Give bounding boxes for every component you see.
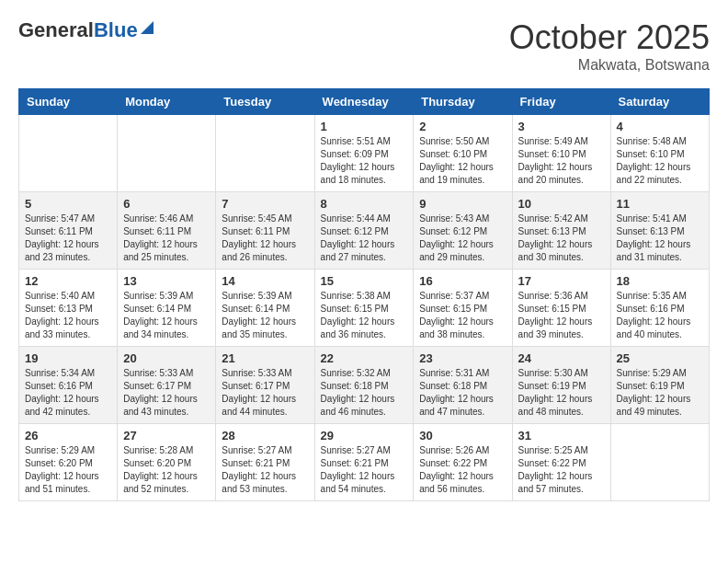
day-number: 5 [25,197,111,211]
calendar-cell: 11Sunrise: 5:41 AM Sunset: 6:13 PM Dayli… [610,192,709,270]
calendar-cell: 4Sunrise: 5:48 AM Sunset: 6:10 PM Daylig… [610,115,709,192]
day-info: Sunrise: 5:29 AM Sunset: 6:19 PM Dayligh… [617,367,703,419]
calendar-cell: 18Sunrise: 5:35 AM Sunset: 6:16 PM Dayli… [610,270,709,347]
day-number: 13 [123,274,210,288]
day-number: 29 [321,429,408,442]
weekday-header-cell: Sunday [19,89,118,115]
weekday-header-cell: Thursday [414,89,512,115]
calendar-cell: 20Sunrise: 5:33 AM Sunset: 6:17 PM Dayli… [118,347,216,424]
day-info: Sunrise: 5:36 AM Sunset: 6:15 PM Dayligh… [518,290,605,341]
day-number: 22 [321,351,408,365]
day-number: 4 [617,120,703,133]
calendar-cell [610,424,709,501]
day-number: 23 [419,351,506,365]
calendar-cell: 16Sunrise: 5:37 AM Sunset: 6:15 PM Dayli… [414,270,512,347]
day-info: Sunrise: 5:28 AM Sunset: 6:20 PM Dayligh… [123,444,210,496]
day-number: 3 [518,120,605,133]
calendar-week-row: 5Sunrise: 5:47 AM Sunset: 6:11 PM Daylig… [19,192,710,270]
calendar-cell: 30Sunrise: 5:26 AM Sunset: 6:22 PM Dayli… [414,424,512,501]
day-info: Sunrise: 5:41 AM Sunset: 6:13 PM Dayligh… [617,213,703,264]
day-number: 18 [617,274,703,288]
weekday-header-cell: Wednesday [314,89,414,115]
day-number: 9 [419,197,506,211]
day-number: 7 [222,197,308,211]
day-info: Sunrise: 5:32 AM Sunset: 6:18 PM Dayligh… [321,367,408,419]
day-number: 16 [419,274,506,288]
day-number: 2 [419,120,506,133]
day-info: Sunrise: 5:39 AM Sunset: 6:14 PM Dayligh… [222,290,308,341]
day-number: 14 [222,274,308,288]
calendar-cell: 19Sunrise: 5:34 AM Sunset: 6:16 PM Dayli… [19,347,118,424]
calendar-cell [19,115,118,192]
day-number: 6 [123,197,210,211]
location-title: Makwata, Botswana [509,57,710,74]
day-info: Sunrise: 5:51 AM Sunset: 6:09 PM Dayligh… [321,135,408,187]
day-info: Sunrise: 5:42 AM Sunset: 6:13 PM Dayligh… [518,213,605,264]
day-info: Sunrise: 5:44 AM Sunset: 6:12 PM Dayligh… [321,213,408,264]
calendar-week-row: 12Sunrise: 5:40 AM Sunset: 6:13 PM Dayli… [19,270,710,347]
day-info: Sunrise: 5:25 AM Sunset: 6:22 PM Dayligh… [518,444,605,496]
day-number: 19 [25,351,111,365]
calendar-cell: 5Sunrise: 5:47 AM Sunset: 6:11 PM Daylig… [19,192,118,270]
day-info: Sunrise: 5:34 AM Sunset: 6:16 PM Dayligh… [25,367,111,419]
day-info: Sunrise: 5:27 AM Sunset: 6:21 PM Dayligh… [222,444,308,496]
weekday-header-cell: Saturday [610,89,709,115]
day-number: 21 [222,351,308,365]
weekday-header-cell: Monday [118,89,216,115]
day-number: 15 [321,274,408,288]
calendar-cell: 8Sunrise: 5:44 AM Sunset: 6:12 PM Daylig… [314,192,414,270]
calendar-cell: 15Sunrise: 5:38 AM Sunset: 6:15 PM Dayli… [314,270,414,347]
calendar-table: SundayMondayTuesdayWednesdayThursdayFrid… [18,88,710,501]
calendar-cell: 27Sunrise: 5:28 AM Sunset: 6:20 PM Dayli… [118,424,216,501]
calendar-cell [216,115,314,192]
calendar-cell: 21Sunrise: 5:33 AM Sunset: 6:17 PM Dayli… [216,347,314,424]
day-number: 8 [321,197,408,211]
day-info: Sunrise: 5:33 AM Sunset: 6:17 PM Dayligh… [222,367,308,419]
day-info: Sunrise: 5:46 AM Sunset: 6:11 PM Dayligh… [123,213,210,264]
calendar-cell: 25Sunrise: 5:29 AM Sunset: 6:19 PM Dayli… [610,347,709,424]
day-number: 11 [617,197,703,211]
calendar-cell: 17Sunrise: 5:36 AM Sunset: 6:15 PM Dayli… [512,270,610,347]
day-info: Sunrise: 5:29 AM Sunset: 6:20 PM Dayligh… [25,444,111,496]
calendar-cell: 22Sunrise: 5:32 AM Sunset: 6:18 PM Dayli… [314,347,414,424]
calendar-cell: 31Sunrise: 5:25 AM Sunset: 6:22 PM Dayli… [512,424,610,501]
calendar-cell: 14Sunrise: 5:39 AM Sunset: 6:14 PM Dayli… [216,270,314,347]
page-header: General Blue October 2025 Makwata, Botsw… [18,18,710,74]
day-info: Sunrise: 5:30 AM Sunset: 6:19 PM Dayligh… [518,367,605,419]
weekday-header-cell: Friday [512,89,610,115]
calendar-cell: 6Sunrise: 5:46 AM Sunset: 6:11 PM Daylig… [118,192,216,270]
day-number: 28 [222,429,308,442]
calendar-body: 1Sunrise: 5:51 AM Sunset: 6:09 PM Daylig… [19,115,710,501]
day-info: Sunrise: 5:49 AM Sunset: 6:10 PM Dayligh… [518,135,605,187]
logo: General Blue [18,18,154,42]
day-info: Sunrise: 5:50 AM Sunset: 6:10 PM Dayligh… [419,135,506,187]
logo-general-text: General [18,18,94,42]
svg-marker-0 [141,21,154,34]
day-number: 20 [123,351,210,365]
day-number: 26 [25,429,111,442]
day-number: 10 [518,197,605,211]
day-info: Sunrise: 5:48 AM Sunset: 6:10 PM Dayligh… [617,135,703,187]
calendar-cell: 13Sunrise: 5:39 AM Sunset: 6:14 PM Dayli… [118,270,216,347]
day-number: 1 [321,120,408,133]
day-number: 30 [419,429,506,442]
calendar-cell: 3Sunrise: 5:49 AM Sunset: 6:10 PM Daylig… [512,115,610,192]
title-block: October 2025 Makwata, Botswana [509,18,710,74]
day-number: 31 [518,429,605,442]
calendar-cell: 29Sunrise: 5:27 AM Sunset: 6:21 PM Dayli… [314,424,414,501]
calendar-cell: 28Sunrise: 5:27 AM Sunset: 6:21 PM Dayli… [216,424,314,501]
day-number: 24 [518,351,605,365]
day-info: Sunrise: 5:45 AM Sunset: 6:11 PM Dayligh… [222,213,308,264]
calendar-cell: 26Sunrise: 5:29 AM Sunset: 6:20 PM Dayli… [19,424,118,501]
day-info: Sunrise: 5:26 AM Sunset: 6:22 PM Dayligh… [419,444,506,496]
month-title: October 2025 [509,18,710,57]
logo-blue-text: Blue [94,18,138,42]
weekday-header-cell: Tuesday [216,89,314,115]
day-number: 27 [123,429,210,442]
calendar-cell: 23Sunrise: 5:31 AM Sunset: 6:18 PM Dayli… [414,347,512,424]
day-number: 25 [617,351,703,365]
weekday-header-row: SundayMondayTuesdayWednesdayThursdayFrid… [19,89,710,115]
day-info: Sunrise: 5:43 AM Sunset: 6:12 PM Dayligh… [419,213,506,264]
calendar-cell [118,115,216,192]
day-number: 17 [518,274,605,288]
